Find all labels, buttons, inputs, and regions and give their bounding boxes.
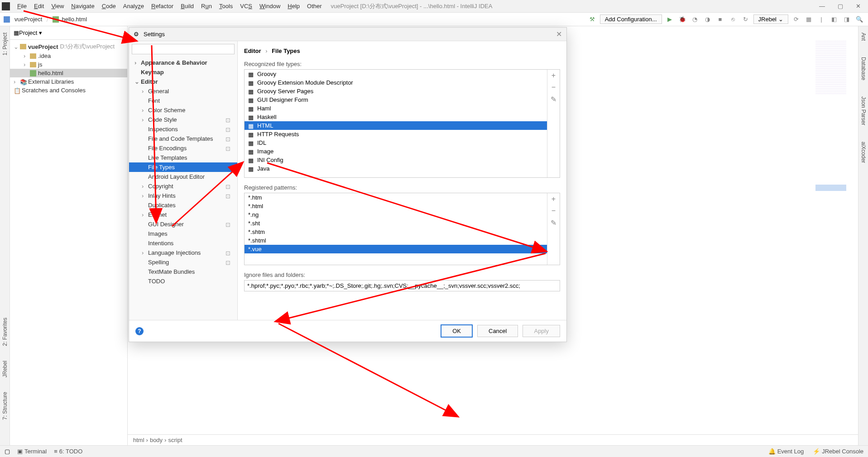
edit-icon[interactable]: ✎ xyxy=(551,95,556,104)
panel-icon[interactable]: ◧ xyxy=(829,14,839,24)
tree-scratches[interactable]: 📋 Scratches and Consoles xyxy=(10,86,127,95)
settings-tree-item[interactable]: ›General xyxy=(129,86,237,96)
settings-tree-item[interactable]: Duplicates xyxy=(129,200,237,210)
settings-tree-item[interactable]: ⌄Editor xyxy=(129,77,237,86)
menu-vcs[interactable]: VCS xyxy=(236,3,256,10)
pattern-item[interactable]: *.ng xyxy=(245,210,547,219)
remove-icon[interactable]: − xyxy=(551,83,556,91)
settings-search-input[interactable] xyxy=(132,44,235,54)
add-configuration-button[interactable]: Add Configuration... xyxy=(600,14,662,24)
jrebel-button[interactable]: JRebel⌄ xyxy=(753,14,788,24)
update-icon[interactable]: ↻ xyxy=(741,14,751,24)
filetype-item[interactable]: ▦HTTP Requests xyxy=(245,130,547,138)
filetype-item[interactable]: ▦Groovy Server Pages xyxy=(245,87,547,95)
run-icon[interactable]: ▶ xyxy=(665,14,675,24)
menu-analyze[interactable]: Analyze xyxy=(120,3,148,10)
menu-build[interactable]: Build xyxy=(177,3,197,10)
filetype-item[interactable]: ▦GUI Designer Form xyxy=(245,95,547,104)
pattern-item[interactable]: *.html xyxy=(245,202,547,210)
close-icon[interactable]: ✕ xyxy=(556,30,562,38)
settings-tree-item[interactable]: ›Copyright⊡ xyxy=(129,181,237,191)
tree-root[interactable]: ⌄ vueProject D:\分布式\vueProject xyxy=(10,42,127,52)
filetype-item[interactable]: ▦Java xyxy=(245,164,547,173)
cancel-button[interactable]: Cancel xyxy=(477,325,518,337)
settings-tree-item[interactable]: File Encodings⊡ xyxy=(129,143,237,153)
settings-tree-item[interactable]: GUI Designer⊡ xyxy=(129,219,237,229)
stop-icon[interactable]: ■ xyxy=(715,14,725,24)
menu-edit[interactable]: Edit xyxy=(30,3,48,10)
settings-tree-item[interactable]: TODO xyxy=(129,276,237,286)
settings-tree-item[interactable]: Keymap xyxy=(129,67,237,77)
pattern-item[interactable]: *.shtm xyxy=(245,228,547,236)
minimize-icon[interactable]: ― xyxy=(819,3,825,10)
settings-tree-item[interactable]: Font xyxy=(129,96,237,105)
menu-file[interactable]: File xyxy=(14,3,30,10)
sync-icon[interactable]: ⟳ xyxy=(791,14,801,24)
settings-tree-item[interactable]: ›Code Style⊡ xyxy=(129,115,237,124)
tab-jrebel[interactable]: JRebel xyxy=(1,358,9,380)
breadcrumb-file[interactable]: hello.html xyxy=(59,15,90,24)
filetype-item[interactable]: ▦Haml xyxy=(245,104,547,113)
filetype-item[interactable]: ▦INI Config xyxy=(245,156,547,164)
remove-icon[interactable]: − xyxy=(551,207,556,215)
menu-view[interactable]: View xyxy=(48,3,67,10)
coverage-icon[interactable]: ◔ xyxy=(690,14,700,24)
tab-favorites[interactable]: 2: Favorites xyxy=(1,315,9,349)
menu-window[interactable]: Window xyxy=(256,3,284,10)
tab-json-parser[interactable]: Json Parser xyxy=(859,94,868,128)
add-icon[interactable]: + xyxy=(551,71,556,80)
pattern-item[interactable]: *.sht xyxy=(245,219,547,228)
settings-tree-item[interactable]: ›Color Scheme xyxy=(129,105,237,115)
tree-external-libs[interactable]: › 📚 External Libraries xyxy=(10,77,127,86)
tree-item-js[interactable]: › js xyxy=(10,60,127,69)
menu-refactor[interactable]: Refactor xyxy=(148,3,177,10)
settings-tree-item[interactable]: Inspections⊡ xyxy=(129,124,237,134)
panel2-icon[interactable]: ◨ xyxy=(842,14,852,24)
settings-tree-item[interactable]: Spelling⊡ xyxy=(129,257,237,267)
settings-tree-item[interactable]: Images xyxy=(129,229,237,238)
edit-icon[interactable]: ✎ xyxy=(551,219,556,227)
filetype-item[interactable]: ▦HTML xyxy=(245,121,547,130)
crumb-script[interactable]: script xyxy=(168,437,182,443)
event-log-button[interactable]: 🔔 Event Log xyxy=(768,448,804,455)
menu-tools[interactable]: Tools xyxy=(216,3,236,10)
breadcrumb-root[interactable]: vueProject xyxy=(12,15,45,24)
project-title[interactable]: Project xyxy=(19,29,37,36)
settings-tree-item[interactable]: TextMate Bundles xyxy=(129,267,237,276)
filetype-item[interactable]: ▦IDL xyxy=(245,138,547,147)
settings-tree-item[interactable]: File and Code Templates⊡ xyxy=(129,134,237,143)
tree-item-hello[interactable]: hello.html xyxy=(10,69,127,77)
ignore-input[interactable] xyxy=(244,280,560,291)
chevron-down-icon[interactable]: ▾ xyxy=(39,29,42,36)
crumb-html[interactable]: html xyxy=(133,437,144,443)
add-icon[interactable]: + xyxy=(551,195,556,203)
settings-tree-item[interactable]: Android Layout Editor xyxy=(129,172,237,181)
search-icon[interactable]: 🔍 xyxy=(854,14,864,24)
menu-run[interactable]: Run xyxy=(197,3,216,10)
tab-structure[interactable]: 7: Structure xyxy=(1,389,9,423)
settings-tree-item[interactable]: ›Emmet xyxy=(129,210,237,219)
todo-button[interactable]: ≡ 6: TODO xyxy=(54,448,82,455)
apply-button[interactable]: Apply xyxy=(523,325,560,337)
menu-navigate[interactable]: Navigate xyxy=(67,3,98,10)
maximize-icon[interactable]: ▢ xyxy=(838,3,843,10)
settings-tree-item[interactable]: Intentions xyxy=(129,238,237,248)
settings-tree-item[interactable]: ›Appearance & Behavior xyxy=(129,58,237,67)
filetype-item[interactable]: ▦Image xyxy=(245,147,547,156)
close-icon[interactable]: ✕ xyxy=(856,3,861,10)
pattern-item[interactable]: *.vue xyxy=(245,245,547,253)
jrebel-console-button[interactable]: ⚡ JRebel Console xyxy=(813,448,863,455)
tree-item-idea[interactable]: › .idea xyxy=(10,52,127,60)
hammer-icon[interactable]: ⚒ xyxy=(587,14,597,24)
patterns-list[interactable]: *.htm*.html*.ng*.sht*.shtm*.shtml*.vue xyxy=(245,193,547,265)
filetypes-list[interactable]: ▦Groovy▦Groovy Extension Module Descript… xyxy=(245,70,547,177)
settings-tree-item[interactable]: ›Inlay Hints⊡ xyxy=(129,191,237,200)
pattern-item[interactable]: *.htm xyxy=(245,193,547,202)
profile-icon[interactable]: ◑ xyxy=(703,14,713,24)
settings-tree-item[interactable]: File Types xyxy=(129,162,237,172)
menu-other[interactable]: Other xyxy=(303,3,326,10)
minimap[interactable] xyxy=(815,41,846,95)
structure-icon[interactable]: ▦ xyxy=(804,14,814,24)
tab-aixcoder[interactable]: aiXcoder xyxy=(859,139,868,166)
attach-icon[interactable]: ⎋ xyxy=(728,14,738,24)
